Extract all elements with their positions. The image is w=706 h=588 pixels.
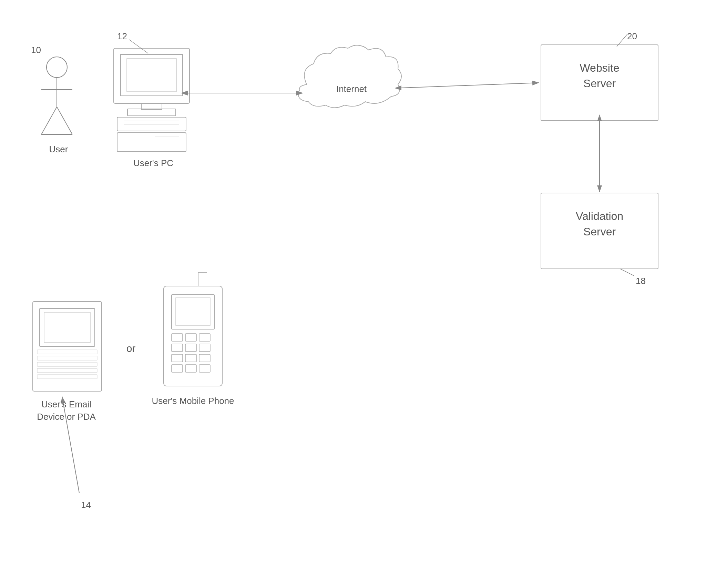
svg-line-49 (129, 40, 148, 53)
svg-rect-46 (185, 365, 196, 372)
svg-rect-9 (121, 54, 183, 96)
svg-rect-29 (37, 368, 97, 373)
ref-pc: 12 (117, 31, 127, 42)
label-mobile-phone: User's Mobile Phone (146, 395, 239, 407)
svg-rect-24 (40, 308, 95, 346)
label-internet: Internet (324, 83, 379, 95)
svg-rect-27 (37, 356, 97, 360)
label-pc: User's PC (114, 157, 193, 169)
svg-rect-47 (199, 365, 210, 372)
svg-rect-34 (172, 295, 214, 329)
svg-rect-38 (199, 334, 210, 341)
svg-rect-44 (199, 354, 210, 362)
svg-line-6 (57, 107, 72, 134)
svg-point-2 (47, 57, 67, 78)
diagram-container: 10 User 12 User's PC Internet 20 Website… (0, 0, 706, 588)
svg-rect-45 (172, 365, 183, 372)
label-validation-server: ValidationServer (543, 209, 656, 240)
label-or: or (114, 341, 148, 356)
svg-rect-42 (172, 354, 183, 362)
svg-line-51 (620, 269, 634, 276)
ref-website-server: 20 (627, 31, 637, 42)
svg-rect-13 (117, 117, 186, 131)
svg-rect-25 (44, 312, 90, 343)
svg-rect-30 (37, 375, 97, 379)
label-email-device: User's EmailDevice or PDA (21, 398, 112, 423)
label-user: User (31, 143, 86, 155)
svg-rect-39 (172, 344, 183, 352)
svg-rect-26 (37, 350, 97, 354)
svg-rect-8 (114, 48, 190, 103)
svg-rect-12 (127, 109, 176, 116)
svg-line-50 (617, 34, 627, 47)
svg-rect-35 (176, 298, 210, 325)
svg-rect-23 (33, 302, 102, 391)
ref-validation-server: 18 (636, 276, 646, 286)
svg-line-5 (41, 107, 57, 134)
svg-rect-16 (117, 133, 186, 152)
svg-rect-40 (185, 344, 196, 352)
svg-rect-37 (185, 334, 196, 341)
ref-user: 10 (31, 45, 41, 55)
svg-line-21 (401, 83, 539, 88)
svg-rect-41 (199, 344, 210, 352)
label-website-server: WebsiteServer (543, 60, 656, 91)
ref-email-device: 14 (81, 500, 91, 510)
svg-rect-43 (185, 354, 196, 362)
svg-rect-31 (164, 286, 222, 386)
svg-rect-10 (127, 59, 176, 92)
svg-rect-28 (37, 362, 97, 366)
svg-rect-11 (141, 103, 162, 110)
svg-rect-36 (172, 334, 183, 341)
